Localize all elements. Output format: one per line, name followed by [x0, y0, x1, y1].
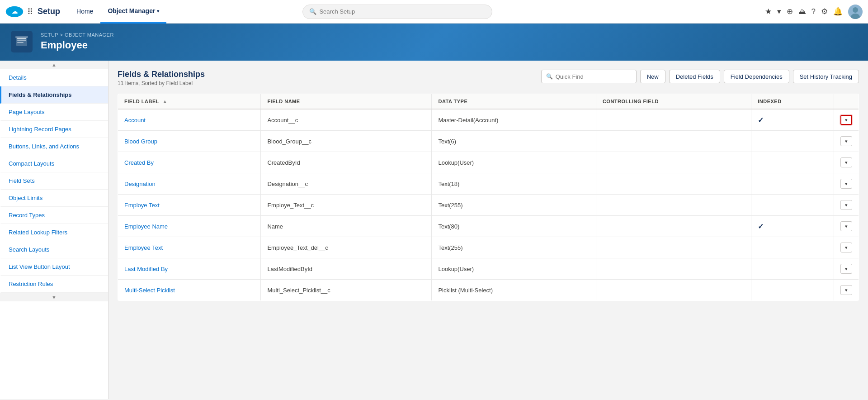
row-action-dropdown-button[interactable]: ▾: [840, 285, 852, 295]
notification-icon[interactable]: 🔔: [833, 7, 843, 16]
breadcrumb: Setup > Object Manager: [41, 32, 114, 38]
sidebar-scroll-up[interactable]: ▲: [0, 61, 108, 69]
field-label-link[interactable]: Last Modified By: [124, 266, 168, 272]
breadcrumb-object-manager[interactable]: Object Manager: [65, 32, 114, 38]
field-label-link[interactable]: Employe Text: [124, 202, 160, 209]
svg-rect-9: [15, 36, 28, 38]
sidebar-item-restriction-rules[interactable]: Restriction Rules: [0, 276, 108, 293]
breadcrumb-setup[interactable]: Setup: [41, 32, 58, 38]
sidebar-item-page-layouts[interactable]: Page Layouts: [0, 104, 108, 121]
table-row: Multi-Select PicklistMulti_Select_Pickli…: [118, 280, 859, 301]
field-label-link[interactable]: Employee Name: [124, 223, 168, 230]
sidebar-scroll-down[interactable]: ▼: [0, 293, 108, 301]
table-row: Created ByCreatedByIdLookup(User)▾: [118, 152, 859, 173]
sidebar-nav: DetailsFields & RelationshipsPage Layout…: [0, 69, 108, 293]
search-input[interactable]: [319, 8, 486, 15]
set-history-tracking-button[interactable]: Set History Tracking: [793, 70, 859, 83]
col-field-name: FIELD NAME: [261, 94, 432, 110]
fields-table-body: AccountAccount__cMaster-Detail(Account)✓…: [118, 109, 859, 301]
indexed-cell: [751, 258, 834, 280]
action-cell: ▾: [834, 237, 859, 258]
field-name-cell: Blood_Group__c: [261, 131, 432, 152]
controlling-field-cell: [596, 152, 751, 173]
indexed-cell: [751, 195, 834, 216]
add-icon[interactable]: ⊕: [787, 7, 793, 16]
quick-find-wrap[interactable]: 🔍: [541, 70, 637, 83]
settings-icon[interactable]: ⚙: [821, 7, 828, 16]
data-type-cell: Text(255): [432, 237, 596, 258]
field-dependencies-button[interactable]: Field Dependencies: [724, 70, 789, 83]
field-label-link[interactable]: Employee Text: [124, 244, 163, 251]
row-action-dropdown-button[interactable]: ▾: [840, 136, 852, 146]
tab-home[interactable]: Home: [69, 0, 100, 24]
sidebar-item-record-types[interactable]: Record Types: [0, 207, 108, 224]
table-row: Last Modified ByLastModifiedByIdLookup(U…: [118, 258, 859, 280]
favorites-dropdown-icon[interactable]: ▾: [777, 7, 781, 16]
field-name-cell: Designation__c: [261, 173, 432, 195]
controlling-field-cell: [596, 280, 751, 301]
favorites-icon[interactable]: ★: [765, 7, 772, 16]
avatar[interactable]: [848, 5, 863, 19]
field-name-cell: Name: [261, 216, 432, 237]
action-cell: ▾: [834, 258, 859, 280]
trailhead-icon[interactable]: ⛰: [798, 7, 806, 16]
sidebar-item-lightning-record-pages[interactable]: Lightning Record Pages: [0, 121, 108, 138]
sort-icon: ▲: [162, 99, 167, 104]
indexed-cell: [751, 237, 834, 258]
row-action-dropdown-button[interactable]: ▾: [840, 157, 852, 167]
field-name-cell: LastModifiedById: [261, 258, 432, 280]
col-field-label[interactable]: FIELD LABEL ▲: [118, 94, 261, 110]
row-action-dropdown-button[interactable]: ▾: [840, 221, 852, 231]
section-title: Fields & Relationships: [118, 70, 205, 79]
col-actions: [834, 94, 859, 110]
sidebar-item-related-lookup-filters[interactable]: Related Lookup Filters: [0, 224, 108, 241]
new-button[interactable]: New: [640, 70, 665, 83]
fields-table-wrapper: FIELD LABEL ▲ FIELD NAME DATA TYPE CONTR…: [118, 94, 859, 301]
field-label-cell: Employe Text: [118, 195, 261, 216]
row-action-dropdown-button[interactable]: ▾: [840, 264, 852, 274]
controlling-field-cell: [596, 216, 751, 237]
field-label-link[interactable]: Blood Group: [124, 138, 157, 145]
global-search[interactable]: 🔍: [302, 5, 492, 19]
action-cell: ▾: [834, 152, 859, 173]
row-action-dropdown-button[interactable]: ▾: [840, 179, 852, 189]
field-label-link[interactable]: Multi-Select Picklist: [124, 287, 175, 294]
deleted-fields-button[interactable]: Deleted Fields: [669, 70, 720, 83]
row-action-dropdown-button[interactable]: ▾: [840, 115, 852, 125]
indexed-check-icon: ✓: [758, 223, 764, 230]
svg-text:☁: ☁: [12, 8, 18, 14]
field-label-link[interactable]: Designation: [124, 181, 156, 187]
action-cell: ▾: [834, 109, 859, 131]
data-type-cell: Text(80): [432, 216, 596, 237]
sidebar-item-buttons--links--and-actions[interactable]: Buttons, Links, and Actions: [0, 138, 108, 155]
data-type-cell: Text(6): [432, 131, 596, 152]
table-row: Employee NameNameText(80)✓▾: [118, 216, 859, 237]
field-label-cell: Blood Group: [118, 131, 261, 152]
fields-actions: 🔍 New Deleted Fields Field Dependencies …: [541, 70, 859, 83]
sidebar-item-details[interactable]: Details: [0, 69, 108, 86]
sidebar-item-fields---relationships[interactable]: Fields & Relationships: [0, 86, 108, 104]
quick-find-icon: 🔍: [546, 73, 553, 80]
svg-rect-7: [17, 40, 26, 41]
field-label-link[interactable]: Account: [124, 117, 146, 124]
field-label-link[interactable]: Created By: [124, 159, 154, 166]
sidebar-item-search-layouts[interactable]: Search Layouts: [0, 241, 108, 258]
sidebar-item-field-sets[interactable]: Field Sets: [0, 172, 108, 190]
data-type-cell: Lookup(User): [432, 258, 596, 280]
grid-icon[interactable]: ⠿: [27, 7, 33, 17]
sidebar-item-list-view-button-layout[interactable]: List View Button Layout: [0, 258, 108, 276]
sidebar-item-compact-layouts[interactable]: Compact Layouts: [0, 155, 108, 172]
quick-find-input[interactable]: [556, 73, 632, 80]
table-row: Employee TextEmployee_Text_del__cText(25…: [118, 237, 859, 258]
fields-title-block: Fields & Relationships 11 Items, Sorted …: [118, 70, 205, 86]
salesforce-logo[interactable]: ☁: [5, 3, 24, 21]
row-action-dropdown-button[interactable]: ▾: [840, 200, 852, 210]
help-icon[interactable]: ?: [811, 7, 816, 16]
tab-object-manager[interactable]: Object Manager ▾: [100, 0, 166, 24]
table-header-row: FIELD LABEL ▲ FIELD NAME DATA TYPE CONTR…: [118, 94, 859, 110]
col-indexed: INDEXED: [751, 94, 834, 110]
app-title: Setup: [38, 7, 60, 16]
row-action-dropdown-button[interactable]: ▾: [840, 243, 852, 252]
section-subtitle: 11 Items, Sorted by Field Label: [118, 80, 205, 86]
sidebar-item-object-limits[interactable]: Object Limits: [0, 190, 108, 207]
